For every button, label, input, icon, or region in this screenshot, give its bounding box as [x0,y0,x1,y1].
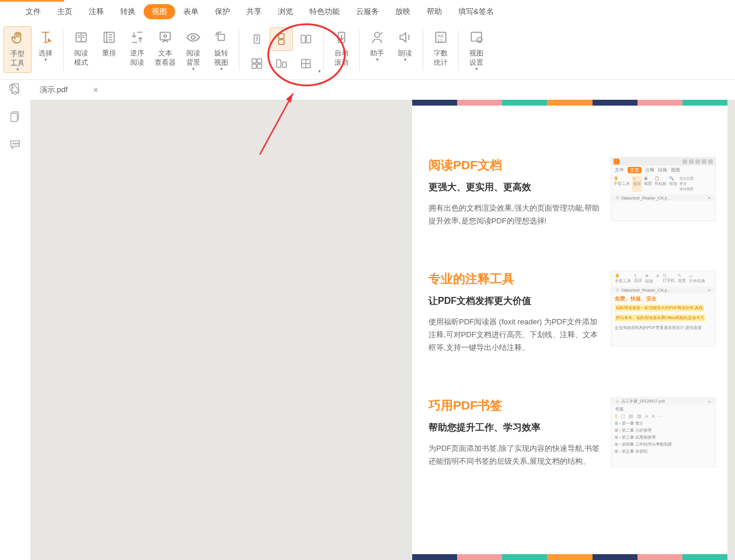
svg-point-47 [18,143,19,144]
svg-rect-12 [160,32,170,40]
section-annotate: 专业的注释工具 让PDF文档发挥更大价值 使用福昕PDF阅读器 (foxit r… [412,244,727,370]
ribbon: 手型 工具 ▾ 选择 ▾ 阅读 模式 重排 逆序 阅读 文本 查看器 阅读 背景… [0,22,735,80]
close-icon[interactable]: × [93,85,98,94]
svg-rect-44 [11,114,18,122]
hand-icon [9,29,26,47]
section-subtitle: 让PDF文档发挥更大价值 [429,295,602,307]
text-viewer-label: 文本 查看器 [155,48,176,67]
separate-cover-button[interactable] [270,52,293,75]
read-aloud-button[interactable]: 朗读 ▾ [391,26,419,62]
word-count-button[interactable]: AB12 字数 统计 [427,26,455,67]
reflow-icon [100,29,118,46]
menu-help[interactable]: 帮助 [419,4,450,19]
menu-fill-sign[interactable]: 填写&签名 [450,4,502,19]
caret-icon: ▾ [475,66,478,72]
menu-browse[interactable]: 浏览 [270,4,301,19]
hand-tool-label: 手型 工具 [11,49,25,68]
rotate-icon [213,29,230,46]
tab-label: 演示.pdf [40,85,68,95]
word-count-icon: AB12 [432,29,450,46]
text-viewer-button[interactable]: 文本 查看器 [151,26,179,67]
auto-scroll-button[interactable]: 自动 滚动 [328,26,356,67]
split-view-button[interactable]: ▾ [294,52,318,75]
menu-file[interactable]: 文件 [18,4,49,19]
reflow-label: 重排 [102,48,116,58]
comments-panel-icon[interactable] [9,138,22,151]
menu-annotate[interactable]: 注释 [81,4,112,19]
auto-scroll-label: 自动 滚动 [335,48,349,67]
menu-bar: 文件 主页 注释 转换 视图 表单 保护 共享 浏览 特色功能 云服务 放映 帮… [0,2,735,22]
bookmark-panel-icon[interactable] [9,82,22,95]
svg-rect-27 [257,64,262,68]
svg-rect-15 [218,34,225,41]
menu-slideshow[interactable]: 放映 [387,4,419,19]
reverse-icon [128,29,146,46]
section-title: 专业的注释工具 [429,271,602,287]
svg-text:12: 12 [438,38,443,43]
section-bookmark: 巧用PDF书签 帮助您提升工作、学习效率 为PDF页面添加书签,除了实现内容的快… [412,370,727,484]
menu-share[interactable]: 共享 [238,4,270,19]
caret-icon: ▾ [220,66,223,72]
svg-rect-28 [277,60,281,68]
auto-scroll-icon [333,29,350,46]
svg-point-13 [164,35,166,37]
reverse-read-button[interactable]: 逆序 阅读 [123,26,151,67]
menu-protect[interactable]: 保护 [207,4,238,19]
svg-rect-23 [306,36,311,43]
assistant-icon [368,29,386,46]
svg-rect-16 [254,35,259,44]
menu-home[interactable]: 主页 [49,4,81,19]
menu-convert[interactable]: 转换 [112,4,144,19]
hand-tool-button[interactable]: 手型 工具 ▾ [4,26,32,73]
reflow-button[interactable]: 重排 [95,26,123,58]
continuous-facing-button[interactable] [245,52,269,75]
book-icon [72,29,90,46]
settings-icon [468,29,485,46]
single-page-button[interactable] [245,27,269,51]
pages-panel-icon[interactable] [9,110,22,123]
svg-point-46 [15,143,16,144]
svg-rect-22 [301,36,305,43]
view-settings-label: 视图 设置 [469,48,483,67]
menu-view[interactable]: 视图 [144,4,175,19]
read-mode-label: 阅读 模式 [74,48,88,67]
svg-point-45 [13,143,14,144]
menu-form[interactable]: 表单 [175,4,207,19]
select-button[interactable]: 选择 ▾ [32,26,60,62]
svg-rect-26 [252,64,256,68]
svg-point-14 [191,36,196,40]
menu-features[interactable]: 特色功能 [301,4,348,19]
page-layout-grid: ▾ [243,26,320,76]
section-body: 拥有出色的文档渲染效果,强大的页面管理功能,帮助提升效率,是您阅读PDF的理想选… [429,202,602,228]
word-count-label: 字数 统计 [434,48,448,67]
read-mode-button[interactable]: 阅读 模式 [67,26,95,67]
read-bg-label: 阅读 背景 [186,48,200,67]
speaker-icon [396,29,414,46]
document-tab[interactable]: 演示.pdf × [30,82,104,98]
view-settings-button[interactable]: 视图 设置 ▾ [462,26,490,72]
assistant-button[interactable]: 助手 ▾ [363,26,391,62]
continuous-page-button[interactable] [270,27,293,51]
bottom-stripe [412,554,727,560]
reverse-read-label: 逆序 阅读 [130,48,144,67]
section-subtitle: 更强大、更实用、更高效 [429,181,602,194]
svg-rect-29 [283,62,286,67]
text-select-icon [37,29,54,46]
eye-icon [184,29,202,46]
svg-point-34 [375,32,380,37]
svg-rect-25 [257,59,262,63]
document-canvas[interactable]: 阅读PDF文档 更强大、更实用、更高效 拥有出色的文档渲染效果,强大的页面管理功… [30,100,735,560]
left-sidebar [0,100,30,560]
caret-icon: ▾ [16,66,19,72]
caret-icon: ▾ [44,57,47,62]
read-bg-button[interactable]: 阅读 背景 ▾ [179,26,207,72]
thumbnail-read: 文件主页注释转换视图 ✋手型工具 T选择 ▣截图 📋剪贴板 🔍缩放 适合页面重排… [611,157,716,221]
menu-cloud[interactable]: 云服务 [348,4,387,19]
tab-bar: 演示.pdf × [0,80,735,100]
rotate-view-label: 旋转 视图 [214,48,228,67]
section-body: 为PDF页面添加书签,除了实现内容的快速导航,书签还能指明不同书签的层级关系,展… [429,442,602,468]
rotate-view-button[interactable]: 旋转 视图 ▾ [207,26,235,72]
section-subtitle: 帮助您提升工作、学习效率 [429,422,602,434]
facing-button[interactable] [294,27,318,51]
pdf-page: 阅读PDF文档 更强大、更实用、更高效 拥有出色的文档渲染效果,强大的页面管理功… [412,100,727,560]
